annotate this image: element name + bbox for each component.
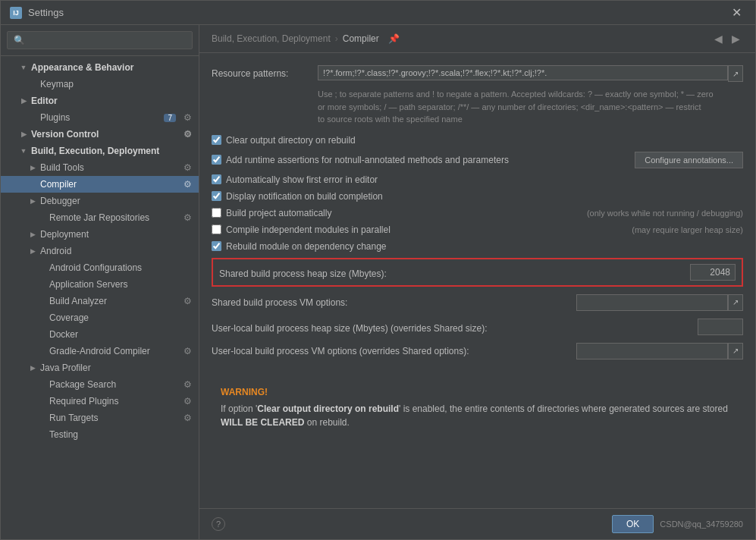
userlocal-vm-label: User-local build process VM options (ove… (212, 346, 576, 356)
breadcrumb-current: Compiler (343, 33, 379, 44)
sidebar-item-coverage[interactable]: Coverage (1, 309, 199, 326)
sidebar-item-android[interactable]: ▶ Android (1, 243, 199, 259)
clear-output-label: Clear output directory on rebuild (226, 135, 743, 146)
spacer-icon (28, 180, 37, 189)
sidebar-item-required-plugins[interactable]: Required Plugins ⚙ (1, 393, 199, 410)
sidebar-item-label: Build, Execution, Deployment (31, 146, 193, 156)
sidebar-item-remote-jar-repositories[interactable]: Remote Jar Repositories ⚙ (1, 209, 199, 226)
show-first-error-checkbox[interactable] (212, 174, 221, 184)
sidebar-item-build-tools[interactable]: ▶ Build Tools ⚙ (1, 159, 199, 176)
userlocal-vm-row: User-local build process VM options (ove… (212, 343, 743, 359)
runtime-assertions-checkbox[interactable] (212, 155, 221, 165)
spacer-icon (37, 413, 46, 422)
shared-vm-row: Shared build process VM options: ↗ (212, 294, 743, 311)
sidebar-item-label: Testing (49, 429, 193, 440)
sidebar-item-application-servers[interactable]: Application Servers (1, 276, 199, 293)
spacer-icon (28, 80, 37, 89)
sidebar-item-gradle-android-compiler[interactable]: Gradle-Android Compiler ⚙ (1, 343, 199, 359)
shared-vm-input[interactable] (576, 294, 728, 311)
sidebar-item-build-analyzer[interactable]: Build Analyzer ⚙ (1, 293, 199, 309)
sidebar-item-testing[interactable]: Testing (1, 426, 199, 443)
settings-icon: ⚙ (182, 129, 193, 140)
rebuild-dependency-checkbox[interactable] (212, 241, 221, 251)
close-button[interactable]: ✕ (727, 4, 746, 21)
checkbox-row-runtime-assertions: Add runtime assertions for notnull-annot… (212, 152, 743, 168)
rebuild-dependency-label: Rebuild module on dependency change (226, 241, 743, 252)
main-panel: Build, Execution, Deployment › Compiler … (199, 25, 755, 539)
resource-patterns-input[interactable] (318, 65, 728, 80)
back-button[interactable]: ◀ (711, 31, 726, 46)
sidebar-item-compiler[interactable]: Compiler ⚙ (1, 176, 199, 193)
sidebar-item-label: Version Control (31, 129, 179, 140)
sidebar-item-label: Appearance & Behavior (31, 62, 193, 73)
sidebar-item-label: Debugger (40, 196, 193, 206)
breadcrumb-separator: › (335, 33, 338, 44)
search-input[interactable] (7, 31, 193, 49)
sidebar: ▼ Appearance & Behavior Keymap ▶ Editor … (1, 25, 199, 539)
sidebar-item-debugger[interactable]: ▶ Debugger (1, 193, 199, 209)
breadcrumb: Build, Execution, Deployment › Compiler … (199, 25, 755, 53)
compile-parallel-note: (may require larger heap size) (623, 225, 743, 234)
chevron-right-icon: ▶ (28, 246, 37, 256)
sidebar-item-version-control[interactable]: ▶ Version Control ⚙ (1, 126, 199, 143)
sidebar-item-build-execution-deployment[interactable]: ▼ Build, Execution, Deployment (1, 143, 199, 159)
sidebar-item-run-targets[interactable]: Run Targets ⚙ (1, 410, 199, 426)
sidebar-item-label: Android (40, 246, 193, 256)
sidebar-item-editor[interactable]: ▶ Editor (1, 93, 199, 109)
runtime-assertions-label: Add runtime assertions for notnull-annot… (226, 155, 630, 165)
sidebar-item-label: Keymap (40, 79, 193, 89)
spacer-icon (37, 280, 46, 289)
spacer-icon (37, 213, 46, 222)
sidebar-item-keymap[interactable]: Keymap (1, 76, 199, 93)
resource-input-container: ↗ (318, 65, 743, 82)
sidebar-item-label: Docker (49, 329, 193, 340)
shared-vm-expand-button[interactable]: ↗ (728, 294, 743, 311)
sidebar-item-label: Package Search (49, 379, 179, 390)
chevron-right-icon: ▶ (19, 96, 28, 105)
userlocal-vm-input[interactable] (576, 343, 728, 359)
breadcrumb-nav: ◀ ▶ (711, 31, 743, 46)
clear-output-checkbox[interactable] (212, 135, 221, 145)
spacer-icon (37, 347, 46, 356)
sidebar-item-deployment[interactable]: ▶ Deployment (1, 226, 199, 243)
ok-button[interactable]: OK (612, 515, 654, 533)
main-content: ▼ Appearance & Behavior Keymap ▶ Editor … (1, 25, 755, 539)
checkbox-row-rebuild-dependency: Rebuild module on dependency change (212, 241, 743, 252)
build-automatically-checkbox[interactable] (212, 208, 221, 218)
build-automatically-label: Build project automatically (226, 208, 573, 218)
window-title: Settings (28, 7, 727, 18)
sidebar-item-java-profiler[interactable]: ▶ Java Profiler (1, 359, 199, 376)
sidebar-item-label: Remote Jar Repositories (49, 212, 179, 223)
shared-heap-input[interactable] (690, 264, 736, 281)
forward-button[interactable]: ▶ (729, 31, 743, 46)
userlocal-vm-expand-button[interactable]: ↗ (728, 343, 743, 359)
search-box (1, 25, 199, 56)
sidebar-item-android-configurations[interactable]: Android Configurations (1, 259, 199, 276)
shared-heap-row: Shared build process heap size (Mbytes): (212, 258, 743, 287)
warning-box: WARNING! If option 'Clear output directo… (212, 378, 743, 438)
checkbox-row-compile-parallel: Compile independent modules in parallel … (212, 224, 743, 235)
sidebar-item-label: Application Servers (49, 279, 193, 290)
help-button[interactable]: ? (212, 517, 225, 531)
chevron-down-icon: ▼ (19, 146, 28, 155)
sidebar-item-appearance-behavior[interactable]: ▼ Appearance & Behavior (1, 59, 199, 76)
spacer-icon (37, 330, 46, 339)
sidebar-item-docker[interactable]: Docker (1, 326, 199, 343)
checkbox-row-notification-build: Display notification on build completion (212, 191, 743, 202)
configure-annotations-button[interactable]: Configure annotations... (635, 152, 743, 168)
sidebar-item-label: Deployment (40, 229, 193, 240)
compile-parallel-checkbox[interactable] (212, 224, 221, 234)
sidebar-item-package-search[interactable]: Package Search ⚙ (1, 376, 199, 393)
resource-patterns-row: Resource patterns: ↗ (212, 65, 743, 82)
bottom-actions: OK CSDN@qq_34759280 (612, 515, 743, 533)
watermark: CSDN@qq_34759280 (660, 520, 743, 529)
expand-button[interactable]: ↗ (728, 65, 743, 82)
checkbox-row-clear-output: Clear output directory on rebuild (212, 135, 743, 146)
userlocal-heap-input[interactable] (698, 319, 743, 335)
notification-build-checkbox[interactable] (212, 191, 221, 201)
sidebar-item-plugins[interactable]: Plugins 7 ⚙ (1, 109, 199, 126)
resource-patterns-hint: Use ; to separate patterns and ! to nega… (318, 88, 743, 126)
settings-window: IJ Settings ✕ ▼ Appearance & Behavior Ke… (0, 0, 756, 540)
userlocal-heap-row: User-local build process heap size (Mbyt… (212, 319, 743, 335)
shared-heap-label: Shared build process heap size (Mbytes): (219, 265, 684, 279)
